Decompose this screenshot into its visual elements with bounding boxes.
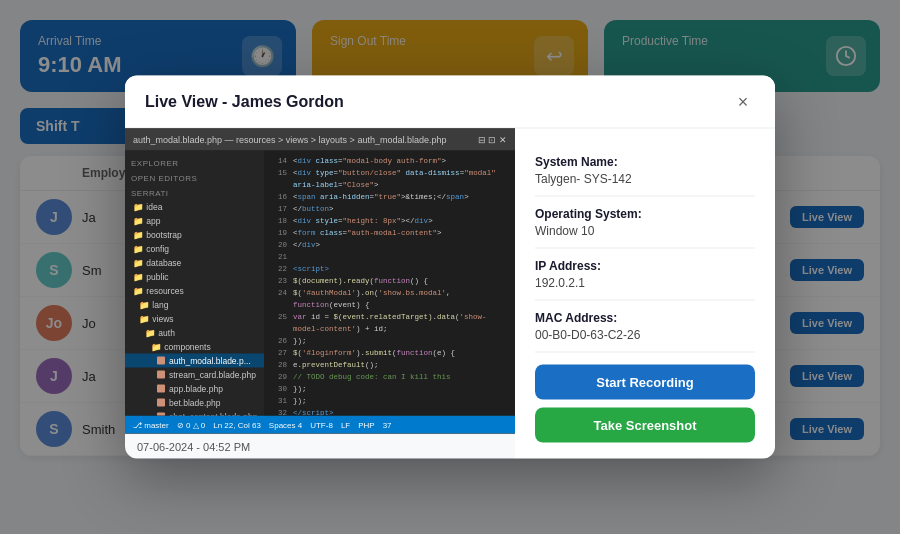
sidebar-file-auth-modal[interactable]: auth_modal.blade.p... bbox=[125, 354, 264, 368]
code-line: 22<script> bbox=[269, 263, 511, 275]
ip-value: 192.0.2.1 bbox=[535, 276, 755, 290]
code-line: 16 <span aria-hidden="true">&times;</spa… bbox=[269, 191, 511, 203]
vscode-editor: 14<div class="modal-body auth-form"> 15 … bbox=[265, 151, 515, 416]
system-name-row: System Name: Talygen- SYS-142 bbox=[535, 145, 755, 197]
sidebar-section-layouts: SERRATI bbox=[125, 185, 264, 200]
code-line: 27 $('#loginform').submit(function(e) { bbox=[269, 347, 511, 359]
vscode-sidebar: EXPLORER OPEN EDITORS SERRATI 📁 idea 📁 a… bbox=[125, 151, 265, 416]
statusbar-errors: ⊘ 0 △ 0 bbox=[177, 420, 206, 429]
statusbar-lang: PHP bbox=[358, 420, 374, 429]
live-view-modal: Live View - James Gordon × auth_modal.bl… bbox=[125, 76, 775, 459]
statusbar-branch: ⎇ master bbox=[133, 420, 169, 429]
start-recording-button[interactable]: Start Recording bbox=[535, 365, 755, 400]
sidebar-folder-config[interactable]: 📁 config bbox=[125, 242, 264, 256]
code-line: 25 var id = $(event.relatedTarget).data(… bbox=[269, 311, 511, 335]
code-line: 18 <div style="height: 8px"></div> bbox=[269, 215, 511, 227]
code-line: 17 </button> bbox=[269, 203, 511, 215]
sidebar-folder-components[interactable]: 📁 components bbox=[125, 340, 264, 354]
system-info-panel: System Name: Talygen- SYS-142 Operating … bbox=[515, 129, 775, 459]
ip-row: IP Address: 192.0.2.1 bbox=[535, 249, 755, 301]
sidebar-file-stream-card[interactable]: stream_card.blade.php bbox=[125, 368, 264, 382]
sidebar-file-chat[interactable]: chat_content.blade.php bbox=[125, 410, 264, 416]
take-screenshot-button[interactable]: Take Screenshot bbox=[535, 408, 755, 443]
modal-close-button[interactable]: × bbox=[731, 90, 755, 114]
sidebar-file-bet[interactable]: bet.blade.php bbox=[125, 396, 264, 410]
statusbar-encoding: UTF-8 bbox=[310, 420, 333, 429]
statusbar-position: Ln 22, Col 63 bbox=[213, 420, 261, 429]
code-line: 29 // TODO debug code: can I kill this bbox=[269, 371, 511, 383]
code-line: 31 }); bbox=[269, 395, 511, 407]
code-line: 30 }); bbox=[269, 383, 511, 395]
sidebar-file-app[interactable]: app.blade.php bbox=[125, 382, 264, 396]
vscode-statusbar: ⎇ master ⊘ 0 △ 0 Ln 22, Col 63 Spaces 4 … bbox=[125, 416, 515, 434]
code-line: 19 <form class="auth-modal-content"> bbox=[269, 227, 511, 239]
sidebar-folder-bootstrap[interactable]: 📁 bootstrap bbox=[125, 228, 264, 242]
code-line: 24 $('#authModal').on('show.bs.modal', f… bbox=[269, 287, 511, 311]
sidebar-folder-auth[interactable]: 📁 auth bbox=[125, 326, 264, 340]
sidebar-folder-app[interactable]: 📁 app bbox=[125, 214, 264, 228]
statusbar-eol: LF bbox=[341, 420, 350, 429]
code-line: 26 }); bbox=[269, 335, 511, 347]
modal-title: Live View - James Gordon bbox=[145, 93, 344, 111]
mac-row: MAC Address: 00-B0-D0-63-C2-26 bbox=[535, 301, 755, 353]
sidebar-folder-public[interactable]: 📁 public bbox=[125, 270, 264, 284]
vscode-inner: EXPLORER OPEN EDITORS SERRATI 📁 idea 📁 a… bbox=[125, 151, 515, 416]
sidebar-folder-idea[interactable]: 📁 idea bbox=[125, 200, 264, 214]
statusbar-extra: 37 bbox=[383, 420, 392, 429]
os-label: Operating System: bbox=[535, 207, 755, 221]
code-line: 32</script> bbox=[269, 407, 511, 416]
code-line: 15 <div type="button/close" data-dismiss… bbox=[269, 167, 511, 191]
modal-body: auth_modal.blade.php — resources > views… bbox=[125, 129, 775, 459]
code-line: 14<div class="modal-body auth-form"> bbox=[269, 155, 511, 167]
ip-label: IP Address: bbox=[535, 259, 755, 273]
code-line: 23 $(document).ready(function() { bbox=[269, 275, 511, 287]
screenshot-timestamp: 07-06-2024 - 04:52 PM bbox=[125, 434, 515, 459]
os-value: Window 10 bbox=[535, 224, 755, 238]
action-buttons: Start Recording Take Screenshot bbox=[535, 355, 755, 443]
code-line: 20</div> bbox=[269, 239, 511, 251]
vscode-screenshot: auth_modal.blade.php — resources > views… bbox=[125, 129, 515, 434]
sidebar-folder-resources[interactable]: 📁 resources bbox=[125, 284, 264, 298]
system-name-value: Talygen- SYS-142 bbox=[535, 172, 755, 186]
mac-label: MAC Address: bbox=[535, 311, 755, 325]
sidebar-folder-database[interactable]: 📁 database bbox=[125, 256, 264, 270]
vscode-titlebar: auth_modal.blade.php — resources > views… bbox=[125, 129, 515, 151]
mac-value: 00-B0-D0-63-C2-26 bbox=[535, 328, 755, 342]
statusbar-spaces: Spaces 4 bbox=[269, 420, 302, 429]
sidebar-folder-views[interactable]: 📁 views bbox=[125, 312, 264, 326]
code-line: 21 bbox=[269, 251, 511, 263]
modal-header: Live View - James Gordon × bbox=[125, 76, 775, 129]
screenshot-panel: auth_modal.blade.php — resources > views… bbox=[125, 129, 515, 459]
code-line: 28 e.preventDefault(); bbox=[269, 359, 511, 371]
sidebar-section-open-editors: OPEN EDITORS bbox=[125, 170, 264, 185]
sidebar-section-label: EXPLORER bbox=[125, 155, 264, 170]
os-row: Operating System: Window 10 bbox=[535, 197, 755, 249]
sidebar-folder-lang[interactable]: 📁 lang bbox=[125, 298, 264, 312]
system-name-label: System Name: bbox=[535, 155, 755, 169]
